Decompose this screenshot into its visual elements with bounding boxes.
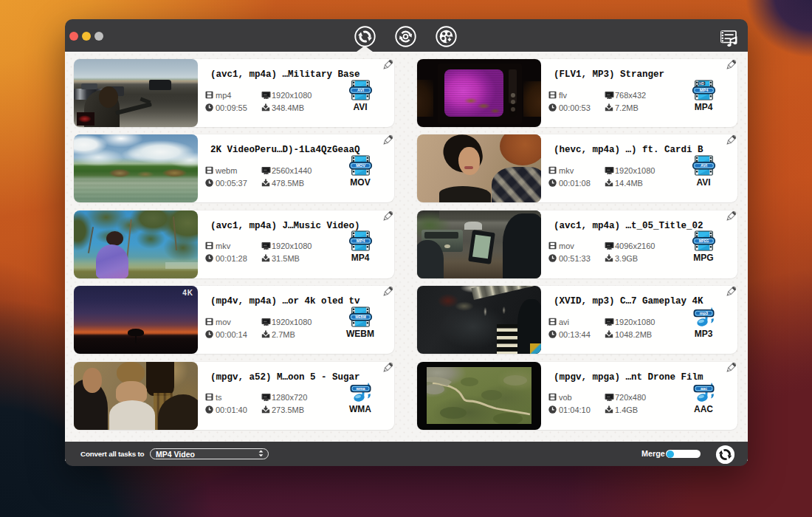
svg-text:aac: aac bbox=[700, 386, 706, 391]
svg-text:MP4: MP4 bbox=[356, 239, 365, 243]
svg-text:AVI: AVI bbox=[357, 88, 364, 92]
svg-text:MOV: MOV bbox=[356, 163, 365, 168]
svg-text:MP4: MP4 bbox=[699, 88, 708, 92]
svg-text:MPEG: MPEG bbox=[698, 239, 709, 243]
svg-text:wma: wma bbox=[355, 386, 365, 391]
svg-text:mp3: mp3 bbox=[699, 311, 707, 315]
svg-text:WEBM: WEBM bbox=[355, 315, 366, 319]
svg-text:AVI: AVI bbox=[701, 163, 707, 168]
svg-text:HD: HD bbox=[699, 81, 704, 85]
